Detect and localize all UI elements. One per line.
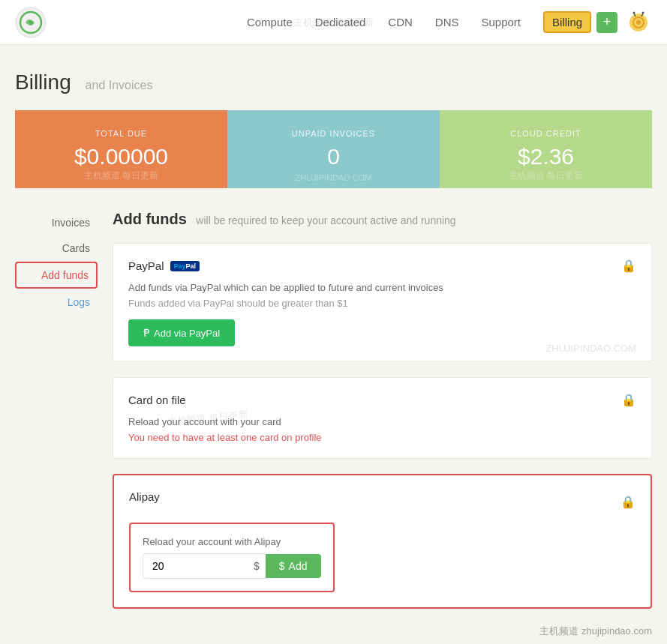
nav-cdn[interactable]: CDN <box>388 16 413 28</box>
alipay-amount-input[interactable] <box>143 553 248 579</box>
alipay-input-row: $ $ Add <box>143 553 321 579</box>
nav-compute[interactable]: Compute <box>247 16 293 28</box>
alipay-form-label: Reload your account with Alipay <box>143 536 321 547</box>
add-funds-subtitle: will be required to keep your account ac… <box>196 214 455 226</box>
add-funds-title: Add funds <box>113 211 187 227</box>
page-title: Billing and Invoices <box>15 67 652 95</box>
unpaid-label: UNPAID INVOICES <box>292 129 375 138</box>
nav-dedicated[interactable]: Dedicated <box>315 16 366 28</box>
paypal-card: PayPal PayPal 🔒 Add funds via PayPal whi… <box>113 243 652 362</box>
billing-subtitle: and Invoices <box>86 79 153 91</box>
svg-point-8 <box>632 11 635 13</box>
stat-watermark-1: 主机频道 每日更新 <box>84 169 158 182</box>
card-on-file-card: Card on file 🔒 Reload your account with … <box>113 377 652 459</box>
header: Compute Dedicated CDN DNS Support Billin… <box>0 0 667 45</box>
unpaid-invoices-card: UNPAID INVOICES 0 ZHUJIPINDAO.COM <box>227 110 440 188</box>
sidebar-item-add-funds[interactable]: Add funds <box>15 262 98 289</box>
total-due-value: $0.00000 <box>74 144 168 169</box>
unpaid-value: 0 <box>327 144 340 169</box>
alipay-card: Alipay 🔒 Reload your account with Alipay… <box>113 474 652 609</box>
snail-icon <box>625 9 652 36</box>
svg-point-2 <box>29 20 33 25</box>
header-left <box>15 7 47 38</box>
page-title-area: Billing and Invoices <box>0 45 667 110</box>
header-right: + <box>596 9 652 36</box>
sidebar-item-logs[interactable]: Logs <box>15 290 98 314</box>
alipay-form: Reload your account with Alipay $ $ Add <box>129 523 335 592</box>
svg-point-5 <box>636 20 641 25</box>
alipay-title: Alipay <box>129 490 160 503</box>
sidebar-item-invoices[interactable]: Invoices <box>15 211 98 235</box>
paypal-watermark: ZHUJIPINDAO.COM <box>545 343 636 354</box>
card-description: Reload your account with your card <box>128 416 636 427</box>
logo-icon <box>15 7 47 38</box>
paypal-label: PayPal <box>128 259 164 272</box>
nav-billing[interactable]: Billing <box>543 11 591 33</box>
svg-point-9 <box>641 11 644 13</box>
paypal-note: Funds added via PayPal should be greater… <box>128 298 636 309</box>
cloud-credit-label: CLOUD CREDIT <box>510 129 581 138</box>
sidebar: Invoices Cards Add funds Logs <box>15 211 98 624</box>
paypal-btn-label: Add via PayPal <box>154 328 220 339</box>
stat-watermark-3: 主机频道 每日更新 <box>509 169 583 182</box>
alipay-add-button[interactable]: $ Add <box>266 554 321 578</box>
content-header: Add funds will be required to keep your … <box>113 211 652 228</box>
paypal-logo-icon: PayPal <box>170 261 200 271</box>
paypal-description: Add funds via PayPal which can be applie… <box>128 282 636 293</box>
add-via-paypal-button[interactable]: Ᵽ Add via PayPal <box>128 319 235 346</box>
billing-title: Billing <box>15 70 71 94</box>
main-nav: Compute Dedicated CDN DNS Support Billin… <box>247 11 591 33</box>
paypal-btn-icon: Ᵽ <box>143 327 149 339</box>
cloud-credit-card: CLOUD CREDIT $2.36 主机频道 每日更新 <box>440 110 652 188</box>
total-due-label: TOTAL DUE <box>95 129 147 138</box>
alipay-add-label: Add <box>289 560 308 572</box>
stats-row: TOTAL DUE $0.00000 主机频道 每日更新 UNPAID INVO… <box>15 110 652 188</box>
footer-watermark: 主机频道 zhujipindao.com <box>539 625 652 638</box>
nav-dns[interactable]: DNS <box>435 16 459 28</box>
add-button[interactable]: + <box>596 12 617 33</box>
alipay-lock-icon: 🔒 <box>620 495 635 509</box>
nav-support[interactable]: Support <box>482 16 521 28</box>
alipay-header: Alipay 🔒 <box>129 490 635 514</box>
card-warning: You need to have at least one card on pr… <box>128 432 636 443</box>
content-panel: Add funds will be required to keep your … <box>113 211 652 624</box>
paypal-header: PayPal PayPal 🔒 <box>128 259 636 273</box>
total-due-card: TOTAL DUE $0.00000 主机频道 每日更新 <box>15 110 227 188</box>
stat-watermark-2: ZHUJIPINDAO.COM <box>295 173 371 182</box>
alipay-currency-symbol: $ <box>248 553 266 579</box>
paypal-title: PayPal PayPal <box>128 259 200 272</box>
card-on-file-lock-icon: 🔒 <box>621 393 636 407</box>
card-on-file-title: Card on file <box>128 394 186 406</box>
main-content: Invoices Cards Add funds Logs Add funds … <box>0 211 667 624</box>
cloud-credit-value: $2.36 <box>518 144 574 169</box>
sidebar-item-cards[interactable]: Cards <box>15 236 98 260</box>
card-on-file-header: Card on file 🔒 <box>128 393 636 407</box>
paypal-lock-icon: 🔒 <box>621 259 636 273</box>
dollar-sign-icon: $ <box>279 560 285 572</box>
